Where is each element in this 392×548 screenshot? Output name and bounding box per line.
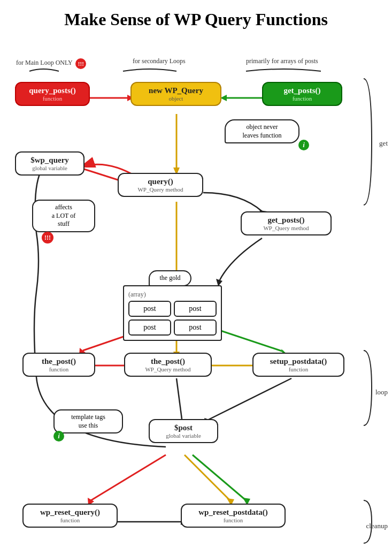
post-cell-2: post — [174, 301, 217, 317]
affects-callout: affects a LOT of stuff — [32, 200, 95, 232]
get-posts-fn-box: get_posts() function — [262, 82, 342, 106]
object-never-callout: object never leaves function — [225, 119, 299, 143]
query-posts-box: query_posts() function — [15, 82, 90, 106]
the-post-fn-box: the_post() function — [22, 353, 95, 377]
wp-query-var-box: $wp_query global variable — [15, 151, 84, 176]
array-grid: post post post post — [128, 301, 217, 336]
get-posts-method-box: get_posts() WP_Query method — [241, 211, 332, 235]
template-tags-callout: template tags use this — [53, 409, 123, 433]
loop-label: loop — [375, 388, 388, 397]
info-circle-template: i — [53, 431, 64, 442]
diagram: for Main Loop ONLY !!! for secondary Loo… — [0, 35, 392, 548]
info-circle-never: i — [298, 140, 309, 150]
main-loop-label: for Main Loop ONLY !!! — [16, 57, 86, 68]
array-box: (array) post post post post — [123, 285, 222, 341]
wp-query-obj-box: new WP_Query object — [130, 82, 221, 106]
svg-line-29 — [185, 455, 230, 500]
the-gold-callout: the gold — [149, 270, 191, 286]
page-title: Make Sense of WP Query Functions — [0, 0, 392, 35]
post-var-box: $post global variable — [149, 419, 218, 443]
post-cell-4: post — [174, 319, 217, 336]
get-label: get — [379, 139, 388, 148]
post-cell-3: post — [128, 319, 171, 336]
warn-circle-affects: !!! — [42, 232, 53, 243]
cleanup-label: cleanup — [366, 522, 388, 530]
wp-reset-query-box: wp_reset_query() function — [22, 504, 118, 528]
secondary-loops-label: for secondary Loops — [133, 57, 186, 65]
wp-reset-postdata-box: wp_reset_postdata() function — [181, 504, 286, 528]
svg-line-31 — [193, 455, 246, 500]
svg-line-27 — [91, 455, 166, 500]
arrays-label: primarily for arrays of posts — [246, 57, 318, 65]
svg-line-24 — [176, 378, 182, 419]
the-post-method-box: the_post() WP_Query method — [124, 353, 212, 377]
svg-line-22 — [207, 378, 291, 420]
post-cell-1: post — [128, 301, 171, 317]
query-method-box: query() WP_Query method — [118, 173, 203, 197]
setup-postdata-box: setup_postdata() function — [252, 353, 344, 377]
